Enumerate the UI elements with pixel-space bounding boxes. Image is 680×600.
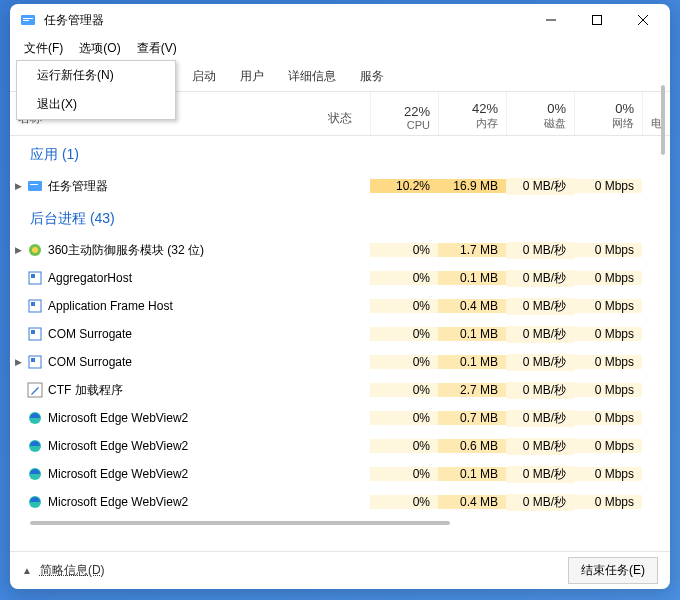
cell-cpu: 0% <box>370 299 438 313</box>
cell-mem: 0.1 MB <box>438 327 506 341</box>
col-disk[interactable]: 0%磁盘 <box>506 92 574 135</box>
svg-rect-1 <box>23 18 33 19</box>
window-title: 任务管理器 <box>44 12 528 29</box>
process-row[interactable]: AggregatorHost 0% 0.1 MB 0 MB/秒 0 Mbps <box>10 264 670 292</box>
close-button[interactable] <box>620 4 666 36</box>
menu-options[interactable]: 选项(O) <box>71 38 128 59</box>
section-apps: 应用 (1) <box>10 136 670 172</box>
process-name: Microsoft Edge WebView2 <box>48 467 370 481</box>
cell-disk: 0 MB/秒 <box>506 354 574 371</box>
process-name: COM Surrogate <box>48 327 370 341</box>
tab-details[interactable]: 详细信息 <box>276 62 348 91</box>
process-row[interactable]: COM Surrogate 0% 0.1 MB 0 MB/秒 0 Mbps <box>10 320 670 348</box>
cell-disk: 0 MB/秒 <box>506 438 574 455</box>
generic-app-icon <box>26 298 44 314</box>
process-row[interactable]: ▶ 360主动防御服务模块 (32 位) 0% 1.7 MB 0 MB/秒 0 … <box>10 236 670 264</box>
cell-disk: 0 MB/秒 <box>506 270 574 287</box>
process-name: Microsoft Edge WebView2 <box>48 411 370 425</box>
cpu-usage-pct: 22% <box>404 104 430 119</box>
cell-disk: 0 MB/秒 <box>506 242 574 259</box>
cell-net: 0 Mbps <box>574 355 642 369</box>
fewer-details-link[interactable]: 简略信息(D) <box>40 562 105 579</box>
chevron-right-icon[interactable]: ▶ <box>10 245 26 255</box>
col-cpu[interactable]: 22%CPU <box>370 92 438 135</box>
section-background: 后台进程 (43) <box>10 200 670 236</box>
process-name: 任务管理器 <box>48 178 370 195</box>
tab-startup[interactable]: 启动 <box>180 62 228 91</box>
maximize-button[interactable] <box>574 4 620 36</box>
cell-net: 0 Mbps <box>574 271 642 285</box>
process-row[interactable]: ▶ COM Surrogate 0% 0.1 MB 0 MB/秒 0 Mbps <box>10 348 670 376</box>
cell-mem: 0.6 MB <box>438 439 506 453</box>
svg-rect-2 <box>23 20 29 21</box>
cell-net: 0 Mbps <box>574 179 642 193</box>
cell-cpu: 0% <box>370 439 438 453</box>
end-task-button[interactable]: 结束任务(E) <box>568 557 658 584</box>
cell-mem: 0.1 MB <box>438 271 506 285</box>
dropdown-exit[interactable]: 退出(X) <box>17 90 175 119</box>
svg-rect-12 <box>31 274 35 278</box>
tab-services[interactable]: 服务 <box>348 62 396 91</box>
cell-net: 0 Mbps <box>574 243 642 257</box>
process-row[interactable]: Microsoft Edge WebView2 0% 0.7 MB 0 MB/秒… <box>10 404 670 432</box>
svg-rect-18 <box>31 358 35 362</box>
cell-cpu: 0% <box>370 327 438 341</box>
shield-icon <box>26 242 44 258</box>
menu-file[interactable]: 文件(F) <box>16 38 71 59</box>
process-name: AggregatorHost <box>48 271 370 285</box>
cell-cpu: 0% <box>370 411 438 425</box>
cell-cpu: 0% <box>370 243 438 257</box>
generic-app-icon <box>26 270 44 286</box>
cell-mem: 16.9 MB <box>438 179 506 193</box>
edge-icon <box>26 466 44 482</box>
edge-icon <box>26 410 44 426</box>
svg-rect-7 <box>28 181 42 191</box>
vertical-scrollbar[interactable] <box>656 81 670 551</box>
cell-net: 0 Mbps <box>574 467 642 481</box>
process-name: 360主动防御服务模块 (32 位) <box>48 242 370 259</box>
scroll-thumb[interactable] <box>661 85 665 155</box>
menu-view[interactable]: 查看(V) <box>129 38 185 59</box>
process-row[interactable]: Microsoft Edge WebView2 0% 0.4 MB 0 MB/秒… <box>10 488 670 516</box>
minimize-button[interactable] <box>528 4 574 36</box>
horizontal-scrollbar[interactable] <box>10 516 670 530</box>
cell-disk: 0 MB/秒 <box>506 326 574 343</box>
process-list[interactable]: 应用 (1) ▶ 任务管理器 10.2% 16.9 MB 0 MB/秒 0 Mb… <box>10 136 670 551</box>
col-memory[interactable]: 42%内存 <box>438 92 506 135</box>
process-row[interactable]: Microsoft Edge WebView2 0% 0.1 MB 0 MB/秒… <box>10 460 670 488</box>
process-row[interactable]: CTF 加载程序 0% 2.7 MB 0 MB/秒 0 Mbps <box>10 376 670 404</box>
generic-app-icon <box>26 326 44 342</box>
process-name: Application Frame Host <box>48 299 370 313</box>
process-row[interactable]: Application Frame Host 0% 0.4 MB 0 MB/秒 … <box>10 292 670 320</box>
cell-disk: 0 MB/秒 <box>506 178 574 195</box>
cell-cpu: 10.2% <box>370 179 438 193</box>
disk-usage-pct: 0% <box>547 101 566 116</box>
cell-disk: 0 MB/秒 <box>506 382 574 399</box>
col-network[interactable]: 0%网络 <box>574 92 642 135</box>
edge-icon <box>26 494 44 510</box>
col-status[interactable]: 状态 <box>310 92 370 135</box>
cell-net: 0 Mbps <box>574 327 642 341</box>
process-row[interactable]: ▶ 任务管理器 10.2% 16.9 MB 0 MB/秒 0 Mbps <box>10 172 670 200</box>
cell-disk: 0 MB/秒 <box>506 410 574 427</box>
file-dropdown: 运行新任务(N) 退出(X) <box>16 60 176 120</box>
footer-bar: ▲ 简略信息(D) 结束任务(E) <box>10 551 670 589</box>
cell-disk: 0 MB/秒 <box>506 494 574 511</box>
dropdown-run-new-task[interactable]: 运行新任务(N) <box>17 61 175 90</box>
process-name: Microsoft Edge WebView2 <box>48 439 370 453</box>
process-row[interactable]: Microsoft Edge WebView2 0% 0.6 MB 0 MB/秒… <box>10 432 670 460</box>
tab-users[interactable]: 用户 <box>228 62 276 91</box>
svg-rect-14 <box>31 302 35 306</box>
chevron-up-icon[interactable]: ▲ <box>22 565 32 576</box>
chevron-right-icon[interactable]: ▶ <box>10 181 26 191</box>
scroll-thumb[interactable] <box>30 521 450 525</box>
menubar: 文件(F) 选项(O) 查看(V) 运行新任务(N) 退出(X) <box>10 36 670 60</box>
chevron-right-icon[interactable]: ▶ <box>10 357 26 367</box>
net-usage-pct: 0% <box>615 101 634 116</box>
svg-rect-16 <box>31 330 35 334</box>
titlebar[interactable]: 任务管理器 <box>10 4 670 36</box>
cell-cpu: 0% <box>370 495 438 509</box>
cell-net: 0 Mbps <box>574 383 642 397</box>
cell-disk: 0 MB/秒 <box>506 466 574 483</box>
pen-icon <box>26 382 44 398</box>
